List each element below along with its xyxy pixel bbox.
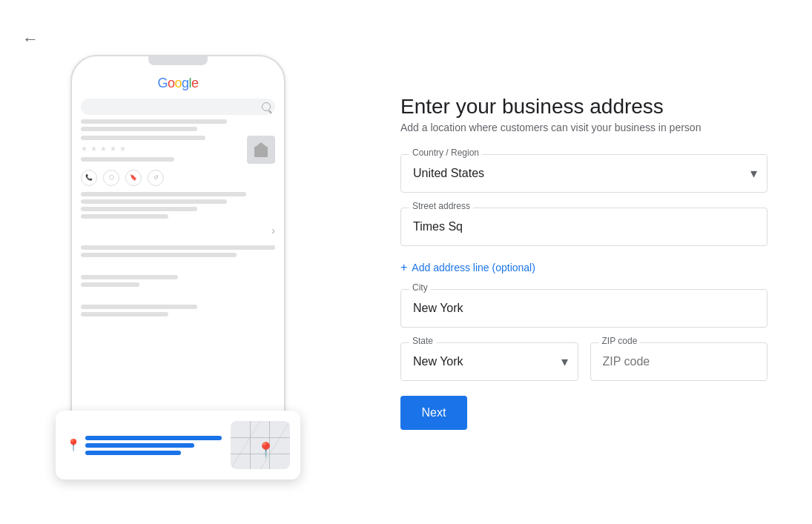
phone-search-icon	[262, 102, 271, 111]
store-icon	[247, 136, 275, 164]
gray-line	[81, 253, 237, 257]
city-input[interactable]	[400, 289, 768, 328]
gray-line	[81, 192, 246, 196]
left-panel: ← Google	[0, 0, 356, 524]
phone-listing: ★ ★ ★ ★ ★	[81, 136, 275, 164]
gray-line	[81, 127, 197, 131]
city-field-wrapper: City	[400, 289, 768, 328]
phone-content: Google	[72, 71, 284, 468]
gray-line	[81, 305, 197, 309]
phone-chevron: ›	[271, 225, 275, 236]
phone-notch	[148, 56, 208, 65]
google-logo-row: Google	[81, 76, 275, 91]
gray-line	[81, 119, 227, 124]
state-zip-row: State New York ▾ ZIP code	[400, 342, 768, 381]
phone-search-bar	[81, 99, 275, 115]
page-title: Enter your business address	[400, 95, 768, 119]
phone-gray-lines-1	[81, 119, 275, 131]
location-pin-icon: 📍	[66, 438, 81, 452]
country-field-wrapper: Country / Region United States ▾	[400, 154, 768, 193]
location-card: 📍 📍	[56, 411, 300, 480]
phone-gray-lines-2	[81, 192, 275, 219]
gray-line	[81, 199, 227, 204]
page-subtitle: Add a location where customers can visit…	[400, 122, 768, 133]
city-label: City	[409, 282, 431, 293]
gray-line	[81, 207, 197, 211]
address-form: Country / Region United States ▾ Street …	[400, 154, 768, 381]
phone-icon: 🔖	[125, 170, 142, 186]
back-button[interactable]: ←	[22, 30, 39, 49]
gray-line	[81, 275, 178, 279]
phone-icon: ⬡	[103, 170, 119, 186]
right-panel: Enter your business address Add a locati…	[356, 65, 812, 460]
add-address-line-link[interactable]: + Add address line (optional)	[400, 261, 535, 274]
country-label: Country / Region	[409, 147, 482, 158]
gray-line	[81, 312, 168, 316]
next-button[interactable]: Next	[400, 396, 467, 430]
zip-field-wrapper: ZIP code	[590, 342, 768, 381]
svg-line-0	[231, 421, 260, 469]
page-container: ← Google	[0, 0, 812, 524]
star-3: ★	[100, 145, 107, 153]
map-thumbnail: 📍	[231, 421, 290, 469]
phone-gray-lines-3	[81, 245, 275, 316]
blue-line	[85, 451, 181, 455]
google-logo: Google	[157, 76, 198, 91]
gray-line	[81, 157, 174, 162]
gray-line	[81, 214, 168, 219]
star-5: ★	[119, 145, 126, 153]
listing-text: ★ ★ ★ ★ ★	[81, 136, 237, 162]
star-4: ★	[110, 145, 116, 153]
phone-icon: 📞	[81, 170, 97, 186]
zip-label: ZIP code	[599, 336, 641, 346]
star-2: ★	[90, 145, 97, 153]
street-label: Street address	[409, 201, 473, 211]
blue-line	[85, 436, 222, 440]
page-title-section: Enter your business address Add a locati…	[400, 95, 768, 139]
gray-line	[81, 136, 205, 140]
gray-line	[81, 282, 139, 287]
zip-input[interactable]	[590, 342, 768, 381]
state-label: State	[409, 336, 436, 346]
map-pin-icon: 📍	[257, 441, 275, 459]
phone-icon: ↺	[148, 170, 164, 186]
blue-line	[85, 443, 194, 448]
blue-lines	[85, 436, 222, 455]
pin-and-text: 📍	[66, 436, 222, 455]
listing-lines	[81, 136, 237, 140]
stars-row: ★ ★ ★ ★ ★	[81, 145, 237, 153]
state-select[interactable]: New York	[400, 342, 578, 381]
plus-icon: +	[400, 261, 407, 274]
phone-illustration: Google	[70, 55, 285, 470]
street-input[interactable]	[400, 208, 768, 246]
state-field-wrapper: State New York ▾	[400, 342, 578, 381]
store-body	[254, 147, 268, 157]
street-field-wrapper: Street address	[400, 208, 768, 246]
phone-icon-row: 📞 ⬡ 🔖 ↺	[81, 170, 275, 186]
country-select[interactable]: United States	[400, 154, 768, 193]
card-left: 📍	[66, 436, 222, 455]
add-line-label: Add address line (optional)	[412, 262, 535, 273]
star-1: ★	[81, 145, 88, 153]
gray-line	[81, 245, 275, 250]
